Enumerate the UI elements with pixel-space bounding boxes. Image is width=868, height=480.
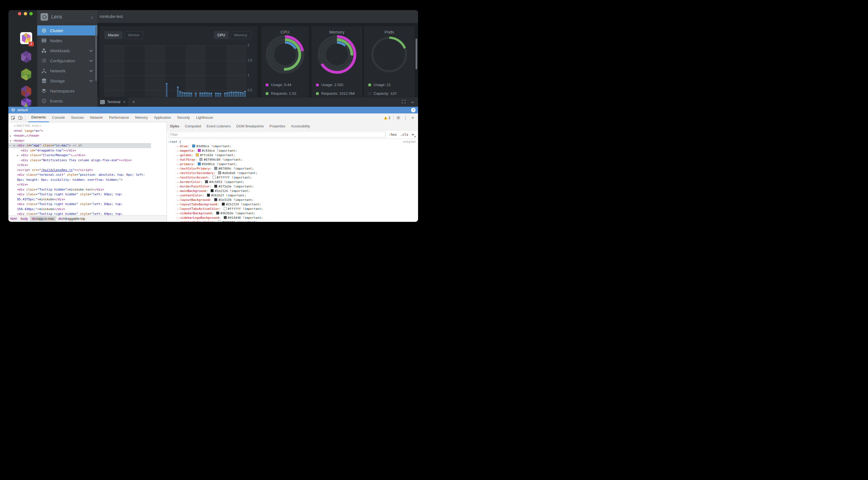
- color-swatch[interactable]: [192, 144, 195, 147]
- device-toolbar-icon[interactable]: [17, 114, 24, 122]
- color-swatch[interactable]: [199, 158, 203, 161]
- devtools-tab-lighthouse[interactable]: Lighthouse: [193, 113, 216, 122]
- color-swatch[interactable]: [218, 220, 221, 222]
- sidebar-item-network[interactable]: Network: [37, 66, 97, 76]
- dom-tree-line[interactable]: <div class="Tooltip hidden">minikube-tes…: [8, 187, 151, 192]
- cluster-icon[interactable]: [20, 85, 32, 98]
- expand-arrow-icon[interactable]: ▶: [10, 134, 11, 139]
- sidebar-item-cluster[interactable]: Cluster: [37, 26, 97, 35]
- inspect-element-icon[interactable]: [9, 114, 17, 122]
- node-tab-worker-button[interactable]: Worker: [124, 31, 144, 39]
- css-declaration[interactable]: --layoutTabsActiveColor: #ffffff !import…: [168, 207, 416, 211]
- dom-tree-line[interactable]: <div class="Tooltip right hidden" style=…: [8, 202, 151, 211]
- expand-arrow-icon[interactable]: ▶: [17, 153, 19, 158]
- dom-tree-line[interactable]: <div id="draggable-top"></div>: [8, 148, 151, 153]
- node-tab-master-button[interactable]: Master: [104, 31, 123, 39]
- css-declaration[interactable]: --blue: #3d90ce !important;: [168, 144, 416, 149]
- styles-tab-accessibility[interactable]: Accessibility: [288, 123, 313, 130]
- dom-line-menu-icon[interactable]: ⋯: [9, 143, 11, 148]
- devtools-tab-application[interactable]: Application: [151, 113, 174, 122]
- fullscreen-icon[interactable]: [402, 99, 405, 104]
- css-declaration[interactable]: --contentColor: #262b2f !important;: [168, 193, 416, 198]
- breadcrumb-item[interactable]: html: [8, 216, 19, 221]
- sidebar-item-namespaces[interactable]: Namespaces: [37, 86, 97, 96]
- dom-tree-line[interactable]: <div class="Tooltip right hidden" style=…: [8, 211, 151, 216]
- css-declaration[interactable]: --borderFaintColor: #373a3e !important;: [168, 184, 416, 189]
- new-terminal-button[interactable]: +: [132, 99, 135, 105]
- dom-tree-line[interactable]: <div class="Notifications flex column al…: [8, 158, 151, 163]
- color-swatch[interactable]: [211, 189, 214, 192]
- css-declaration[interactable]: --primary: #3d90ce !important;: [168, 162, 416, 167]
- color-swatch[interactable]: [214, 185, 217, 188]
- content-scrollbar[interactable]: [415, 39, 417, 69]
- sidebar-item-events[interactable]: Events: [37, 96, 97, 106]
- styles-filter-input[interactable]: [168, 132, 386, 137]
- dom-tree-line[interactable]: <div class="Tooltip right hidden" style=…: [8, 192, 151, 202]
- color-swatch[interactable]: [216, 211, 219, 214]
- dom-tree-line[interactable]: <html lang="en">: [8, 129, 151, 134]
- sidebar-item-configuration[interactable]: Configuration: [37, 56, 97, 66]
- css-declaration[interactable]: --magenta: #c93dce !important;: [168, 149, 416, 153]
- color-swatch[interactable]: [214, 167, 217, 170]
- expand-arrow-icon[interactable]: ▼: [13, 143, 15, 148]
- dom-tree-line[interactable]: <!DOCTYPE html>: [8, 124, 151, 129]
- dom-tree-line[interactable]: ⋯▼<div id="app" class="is-mac"> == $0: [8, 143, 151, 148]
- devtools-tab-memory[interactable]: Memory: [132, 113, 151, 122]
- color-swatch[interactable]: [213, 176, 216, 179]
- cluster-icon-active[interactable]: 3: [20, 32, 32, 44]
- chevron-up-icon[interactable]: [411, 99, 414, 104]
- dom-tree-line[interactable]: <div class="terminal-init" style="positi…: [8, 172, 151, 182]
- color-swatch[interactable]: [196, 153, 199, 157]
- styles-tab-properties[interactable]: Properties: [267, 123, 288, 130]
- css-selector[interactable]: :root {: [168, 140, 181, 144]
- css-declaration[interactable]: --halfGray: #87909c80 !important;: [168, 158, 416, 162]
- dom-tree-line[interactable]: </div>: [8, 163, 151, 168]
- css-declaration[interactable]: --sidebarLogoBackground: #414448 !import…: [168, 216, 416, 220]
- close-devtools-icon[interactable]: ×: [409, 114, 416, 122]
- minimize-window-button[interactable]: [24, 12, 27, 15]
- css-declaration[interactable]: --sidebarActiveColor: #ffffff !important…: [168, 220, 416, 222]
- css-declaration[interactable]: --textColorPrimary: #87909c !important;: [168, 167, 416, 171]
- namespace-label[interactable]: default: [17, 108, 28, 112]
- color-swatch[interactable]: [198, 149, 201, 152]
- settings-gear-icon[interactable]: [395, 114, 402, 122]
- styles-tab-event-listeners[interactable]: Event Listeners: [204, 123, 234, 130]
- zoom-window-button[interactable]: [29, 12, 33, 15]
- close-window-button[interactable]: [18, 12, 21, 15]
- styles-tab-computed[interactable]: Computed: [182, 123, 204, 130]
- sidebar-scrollbar[interactable]: [95, 26, 97, 81]
- css-declaration[interactable]: --layoutBackground: #2e3136 !important;: [168, 198, 416, 202]
- devtools-tab-security[interactable]: Security: [174, 113, 193, 122]
- color-swatch[interactable]: [207, 194, 210, 197]
- warning-badge[interactable]: 2: [384, 116, 391, 120]
- dom-tree-line[interactable]: ▶<head>…</head>: [8, 133, 151, 138]
- dom-tree-line[interactable]: ▶<div class="ClusterManager">…</div>: [8, 153, 151, 158]
- metric-tab-cpu-button[interactable]: CPU: [214, 31, 229, 39]
- color-swatch[interactable]: [198, 162, 201, 165]
- new-style-rule-button[interactable]: +: [412, 132, 414, 137]
- devtools-tab-console[interactable]: Console: [49, 113, 68, 122]
- css-declaration[interactable]: --textColorAccent: #ffffff !important;: [168, 175, 416, 180]
- pseudo-state-toggle[interactable]: :hov: [389, 133, 397, 137]
- expand-arrow-icon[interactable]: ▼: [10, 139, 11, 144]
- dom-tree-line[interactable]: <script src="/build/LensDev.js"></script…: [8, 168, 151, 173]
- dom-tree-line[interactable]: </div>: [8, 182, 151, 187]
- sidebar-item-workloads[interactable]: Workloads: [37, 45, 97, 56]
- style-source-link[interactable]: <style>: [403, 140, 416, 144]
- styles-tab-styles[interactable]: Styles: [167, 123, 182, 130]
- metric-tab-memory-button[interactable]: Memory: [230, 31, 251, 39]
- color-swatch[interactable]: [224, 207, 227, 210]
- css-declaration[interactable]: --golden: #ffc63d !important;: [168, 153, 416, 158]
- devtools-tab-elements[interactable]: Elements: [28, 113, 49, 122]
- cluster-icon[interactable]: [20, 68, 32, 80]
- breadcrumb-item[interactable]: body: [19, 216, 30, 221]
- css-declaration[interactable]: --layoutTabsBackground: #252729 !importa…: [168, 202, 416, 207]
- devtools-tab-performance[interactable]: Performance: [106, 113, 132, 122]
- sidebar-item-storage[interactable]: Storage: [37, 76, 97, 86]
- help-button[interactable]: ?: [411, 108, 415, 112]
- color-swatch[interactable]: [218, 171, 221, 174]
- color-swatch[interactable]: [205, 180, 208, 183]
- breadcrumb-item[interactable]: div#app.is-mac: [30, 216, 57, 221]
- color-swatch[interactable]: [222, 203, 225, 206]
- breadcrumb-item[interactable]: div#draggable-top: [56, 216, 87, 221]
